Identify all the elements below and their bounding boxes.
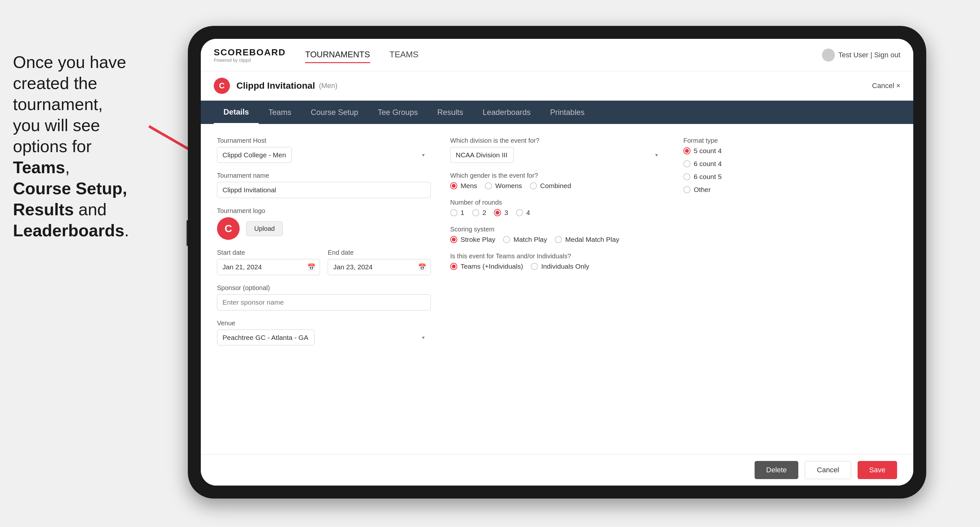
top-nav: SCOREBOARD Powered by clippd TOURNAMENTS… bbox=[201, 39, 913, 71]
tournament-host-group: Tournament Host Clippd College - Men bbox=[217, 137, 431, 163]
tab-tee-groups[interactable]: Tee Groups bbox=[368, 101, 428, 124]
instruction-leaderboards: Leaderboards bbox=[13, 221, 124, 240]
tab-teams[interactable]: Teams bbox=[259, 101, 301, 124]
scoring-stroke[interactable]: Stroke Play bbox=[450, 236, 495, 243]
gender-combined-radio[interactable] bbox=[530, 182, 537, 189]
user-text[interactable]: Test User | Sign out bbox=[838, 51, 900, 59]
event-individuals-label: Individuals Only bbox=[541, 262, 589, 270]
rounds-2-radio[interactable] bbox=[472, 209, 479, 216]
tab-printables[interactable]: Printables bbox=[540, 101, 594, 124]
scoring-match-label: Match Play bbox=[513, 236, 547, 243]
event-teams-radio[interactable] bbox=[450, 263, 457, 270]
tab-leaderboards[interactable]: Leaderboards bbox=[473, 101, 540, 124]
tab-course-setup[interactable]: Course Setup bbox=[301, 101, 368, 124]
scoring-medal-radio[interactable] bbox=[555, 236, 562, 243]
gender-radio-group: Mens Womens Combined bbox=[450, 182, 664, 190]
scoring-radio-group: Stroke Play Match Play Medal Match Play bbox=[450, 236, 664, 243]
format-6count5[interactable]: 6 count 5 bbox=[683, 173, 897, 181]
nav-teams[interactable]: TEAMS bbox=[390, 47, 419, 63]
format-other-radio[interactable] bbox=[683, 186, 690, 193]
format-5count4-label: 5 count 4 bbox=[694, 147, 722, 155]
instruction-course-setup: Course Setup, bbox=[13, 179, 127, 198]
tournament-host-label: Tournament Host bbox=[217, 137, 431, 144]
format-5count4[interactable]: 5 count 4 bbox=[683, 147, 897, 155]
logo-title: SCOREBOARD bbox=[214, 47, 286, 58]
logo-area: SCOREBOARD Powered by clippd bbox=[214, 47, 286, 63]
gender-womens[interactable]: Womens bbox=[485, 182, 522, 190]
tournament-logo-label: Tournament logo bbox=[217, 207, 431, 214]
rounds-3[interactable]: 3 bbox=[494, 209, 508, 217]
format-radio-group: 5 count 4 6 count 4 6 count 5 bbox=[683, 147, 897, 195]
save-button[interactable]: Save bbox=[858, 461, 897, 479]
gender-mens-label: Mens bbox=[461, 182, 477, 190]
end-date-group: End date 📅 bbox=[328, 249, 431, 275]
rounds-4-radio[interactable] bbox=[516, 209, 523, 216]
scoring-match-radio[interactable] bbox=[503, 236, 510, 243]
format-label: Format type bbox=[683, 137, 897, 144]
format-6count4-radio[interactable] bbox=[683, 160, 690, 167]
instruction-line4: you will see bbox=[13, 116, 100, 135]
event-teams[interactable]: Teams (+Individuals) bbox=[450, 262, 523, 270]
tab-results[interactable]: Results bbox=[428, 101, 473, 124]
rounds-4-label: 4 bbox=[526, 209, 530, 217]
form-footer: Delete Cancel Save bbox=[201, 454, 913, 486]
rounds-1-radio[interactable] bbox=[450, 209, 457, 216]
tournament-host-select[interactable]: Clippd College - Men bbox=[217, 147, 292, 163]
instruction-teams: Teams bbox=[13, 158, 65, 177]
tournament-name-label: Tournament name bbox=[217, 172, 431, 179]
format-6count5-label: 6 count 5 bbox=[694, 173, 722, 181]
rounds-4[interactable]: 4 bbox=[516, 209, 530, 217]
rounds-3-radio[interactable] bbox=[494, 209, 501, 216]
nav-tournaments[interactable]: TOURNAMENTS bbox=[305, 47, 370, 63]
tablet-frame: SCOREBOARD Powered by clippd TOURNAMENTS… bbox=[188, 26, 926, 498]
scoring-label: Scoring system bbox=[450, 225, 664, 233]
scoring-match[interactable]: Match Play bbox=[503, 236, 547, 243]
format-6count4[interactable]: 6 count 4 bbox=[683, 160, 897, 168]
division-select[interactable]: NCAA Division III bbox=[450, 147, 514, 163]
tab-bar: Details Teams Course Setup Tee Groups Re… bbox=[201, 101, 913, 124]
rounds-1[interactable]: 1 bbox=[450, 209, 465, 217]
rounds-radio-group: 1 2 3 4 bbox=[450, 209, 664, 217]
form-column-2: Which division is the event for? NCAA Di… bbox=[450, 137, 664, 441]
tournament-gender: (Men) bbox=[319, 82, 337, 90]
start-date-input[interactable] bbox=[217, 259, 320, 275]
scoring-stroke-label: Stroke Play bbox=[461, 236, 495, 243]
tournament-icon: C bbox=[214, 78, 230, 94]
event-individuals[interactable]: Individuals Only bbox=[531, 262, 589, 270]
gender-mens[interactable]: Mens bbox=[450, 182, 477, 190]
event-for-group: Is this event for Teams and/or Individua… bbox=[450, 252, 664, 270]
instruction-line1: Once you have bbox=[13, 53, 126, 71]
gender-combined[interactable]: Combined bbox=[530, 182, 571, 190]
form-column-1: Tournament Host Clippd College - Men Tou… bbox=[217, 137, 431, 441]
user-icon bbox=[822, 49, 835, 62]
format-6count4-label: 6 count 4 bbox=[694, 160, 722, 168]
event-individuals-radio[interactable] bbox=[531, 263, 538, 270]
format-5count4-radio[interactable] bbox=[683, 147, 690, 154]
tab-details[interactable]: Details bbox=[214, 101, 259, 124]
venue-select[interactable]: Peachtree GC - Atlanta - GA bbox=[217, 330, 315, 345]
close-button[interactable]: Cancel × bbox=[872, 82, 900, 90]
start-date-wrapper: 📅 bbox=[217, 259, 320, 275]
format-group: Format type 5 count 4 6 count 4 bbox=[683, 137, 897, 195]
gender-group: Which gender is the event for? Mens Wome… bbox=[450, 172, 664, 190]
division-group: Which division is the event for? NCAA Di… bbox=[450, 137, 664, 163]
tournament-name-input[interactable] bbox=[217, 182, 431, 198]
end-date-wrapper: 📅 bbox=[328, 259, 431, 275]
gender-womens-radio[interactable] bbox=[485, 182, 492, 189]
scoring-medal[interactable]: Medal Match Play bbox=[555, 236, 619, 243]
cancel-button[interactable]: Cancel bbox=[805, 461, 851, 479]
format-other[interactable]: Other bbox=[683, 186, 897, 194]
sponsor-input[interactable] bbox=[217, 294, 431, 310]
delete-button[interactable]: Delete bbox=[755, 461, 799, 479]
form-column-3: Format type 5 count 4 6 count 4 bbox=[683, 137, 897, 441]
tournament-host-select-wrapper: Clippd College - Men bbox=[217, 147, 431, 163]
rounds-2[interactable]: 2 bbox=[472, 209, 487, 217]
rounds-2-label: 2 bbox=[482, 209, 487, 217]
gender-mens-radio[interactable] bbox=[450, 182, 457, 189]
upload-button[interactable]: Upload bbox=[246, 221, 283, 236]
start-date-label: Start date bbox=[217, 249, 320, 256]
scoring-stroke-radio[interactable] bbox=[450, 236, 457, 243]
end-date-input[interactable] bbox=[328, 259, 431, 275]
form-area: Tournament Host Clippd College - Men Tou… bbox=[201, 124, 913, 454]
format-6count5-radio[interactable] bbox=[683, 173, 690, 180]
